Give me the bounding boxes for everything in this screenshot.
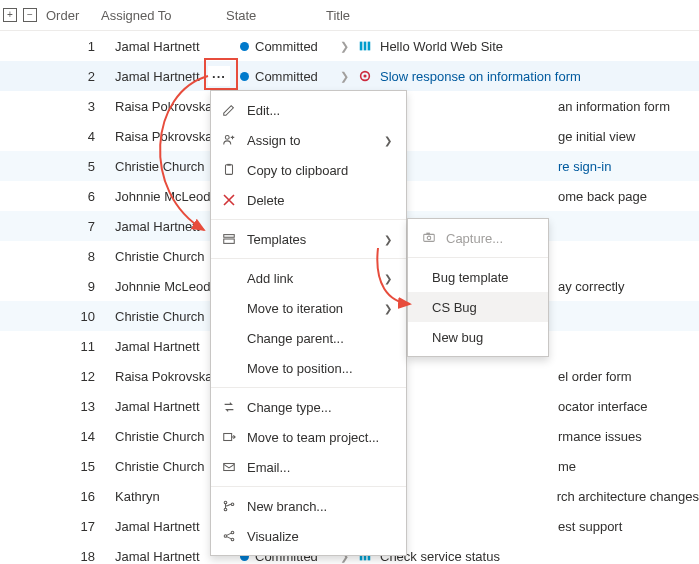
work-item-title: Slow response on information form bbox=[380, 69, 581, 84]
move-project-icon bbox=[221, 429, 237, 445]
work-item-title: an information form bbox=[558, 99, 670, 114]
copy-icon bbox=[221, 162, 237, 178]
branch-icon bbox=[221, 498, 237, 514]
menu-visualize[interactable]: Visualize bbox=[211, 521, 406, 551]
menu-email[interactable]: Email... bbox=[211, 452, 406, 482]
col-assigned[interactable]: Assigned To bbox=[101, 8, 226, 23]
context-menu: Edit... Assign to ❯ Copy to clipboard De… bbox=[210, 90, 407, 556]
menu-copy[interactable]: Copy to clipboard bbox=[211, 155, 406, 185]
svg-rect-25 bbox=[224, 434, 232, 441]
work-item-title: ay correctly bbox=[558, 279, 624, 294]
menu-change-parent[interactable]: Change parent... bbox=[211, 323, 406, 353]
order-cell: 8 bbox=[40, 249, 115, 264]
chevron-right-icon: ❯ bbox=[340, 40, 350, 53]
svg-rect-24 bbox=[224, 239, 235, 243]
order-cell: 10 bbox=[40, 309, 115, 324]
submenu-capture[interactable]: Capture... bbox=[408, 223, 548, 253]
svg-rect-26 bbox=[224, 464, 235, 471]
bug-icon bbox=[358, 69, 372, 83]
svg-rect-1 bbox=[364, 42, 367, 51]
svg-point-31 bbox=[231, 531, 234, 534]
chevron-right-icon: ❯ bbox=[384, 234, 394, 245]
work-item-title: ge initial view bbox=[558, 129, 635, 144]
camera-icon bbox=[422, 230, 436, 247]
table-row[interactable]: 1 Jamal Hartnett Committed ❯Hello World … bbox=[0, 31, 699, 61]
order-cell: 16 bbox=[40, 489, 115, 504]
row-actions-button[interactable]: ··· bbox=[208, 66, 230, 86]
menu-assign-to[interactable]: Assign to ❯ bbox=[211, 125, 406, 155]
order-cell: 18 bbox=[40, 549, 115, 564]
svg-rect-23 bbox=[224, 235, 235, 238]
menu-move-iteration[interactable]: Move to iteration ❯ bbox=[211, 293, 406, 323]
menu-separator bbox=[211, 219, 406, 220]
work-item-title: Hello World Web Site bbox=[380, 39, 503, 54]
email-icon bbox=[221, 459, 237, 475]
menu-delete[interactable]: Delete bbox=[211, 185, 406, 215]
col-title[interactable]: Title bbox=[326, 8, 699, 23]
submenu-cs-bug[interactable]: CS Bug bbox=[408, 292, 548, 322]
order-cell: 6 bbox=[40, 189, 115, 204]
order-cell: 2 bbox=[40, 69, 115, 84]
svg-point-32 bbox=[231, 538, 234, 541]
col-order[interactable]: Order bbox=[40, 8, 101, 23]
order-cell: 15 bbox=[40, 459, 115, 474]
assigned-cell: Jamal Hartnett bbox=[115, 39, 240, 54]
chevron-right-icon: ❯ bbox=[384, 135, 394, 146]
svg-point-29 bbox=[231, 503, 234, 506]
templates-submenu: Capture... Bug template CS Bug New bug bbox=[407, 218, 549, 357]
svg-rect-21 bbox=[226, 165, 233, 175]
collapse-all-icon[interactable]: − bbox=[20, 8, 40, 22]
menu-separator bbox=[211, 258, 406, 259]
work-item-title: est support bbox=[558, 519, 622, 534]
svg-rect-0 bbox=[360, 42, 363, 51]
order-cell: 9 bbox=[40, 279, 115, 294]
work-item-title: ome back page bbox=[558, 189, 647, 204]
menu-change-type[interactable]: Change type... bbox=[211, 392, 406, 422]
menu-separator bbox=[408, 257, 548, 258]
work-item-title: ocator interface bbox=[558, 399, 648, 414]
work-item-title: re sign-in bbox=[558, 159, 611, 174]
submenu-new-bug[interactable]: New bug bbox=[408, 322, 548, 352]
chevron-right-icon: ❯ bbox=[384, 303, 394, 314]
svg-point-27 bbox=[224, 501, 227, 504]
menu-templates[interactable]: Templates ❯ bbox=[211, 224, 406, 254]
table-row[interactable]: 2 Jamal Hartnett Committed ❯Slow respons… bbox=[0, 61, 699, 91]
templates-icon bbox=[221, 231, 237, 247]
visualize-icon bbox=[221, 528, 237, 544]
order-cell: 1 bbox=[40, 39, 115, 54]
grid-header: + − Order Assigned To State Title bbox=[0, 0, 699, 31]
submenu-bug-template[interactable]: Bug template bbox=[408, 262, 548, 292]
order-cell: 14 bbox=[40, 429, 115, 444]
work-item-title: el order form bbox=[558, 369, 632, 384]
menu-move-position[interactable]: Move to position... bbox=[211, 353, 406, 383]
work-item-title: rmance issues bbox=[558, 429, 642, 444]
chevron-right-icon: ❯ bbox=[384, 273, 394, 284]
svg-rect-33 bbox=[424, 234, 435, 241]
menu-add-link[interactable]: Add link ❯ bbox=[211, 263, 406, 293]
state-dot-icon bbox=[240, 42, 249, 51]
order-cell: 11 bbox=[40, 339, 115, 354]
work-item-title: rch architecture changes bbox=[557, 489, 699, 504]
order-cell: 13 bbox=[40, 399, 115, 414]
order-cell: 5 bbox=[40, 159, 115, 174]
order-cell: 4 bbox=[40, 129, 115, 144]
svg-point-34 bbox=[427, 236, 431, 240]
svg-rect-35 bbox=[426, 232, 430, 234]
svg-point-30 bbox=[224, 535, 227, 538]
change-type-icon bbox=[221, 399, 237, 415]
delete-icon bbox=[221, 192, 237, 208]
menu-move-team-project[interactable]: Move to team project... bbox=[211, 422, 406, 452]
pbi-icon bbox=[358, 39, 372, 53]
edit-icon bbox=[221, 102, 237, 118]
order-cell: 7 bbox=[40, 219, 115, 234]
menu-separator bbox=[211, 486, 406, 487]
col-state[interactable]: State bbox=[226, 8, 326, 23]
expand-all-icon[interactable]: + bbox=[0, 8, 20, 22]
work-item-title: me bbox=[558, 459, 576, 474]
svg-point-28 bbox=[224, 508, 227, 511]
menu-new-branch[interactable]: New branch... bbox=[211, 491, 406, 521]
chevron-right-icon: ❯ bbox=[340, 70, 350, 83]
menu-edit[interactable]: Edit... bbox=[211, 95, 406, 125]
assign-icon bbox=[221, 132, 237, 148]
order-cell: 17 bbox=[40, 519, 115, 534]
